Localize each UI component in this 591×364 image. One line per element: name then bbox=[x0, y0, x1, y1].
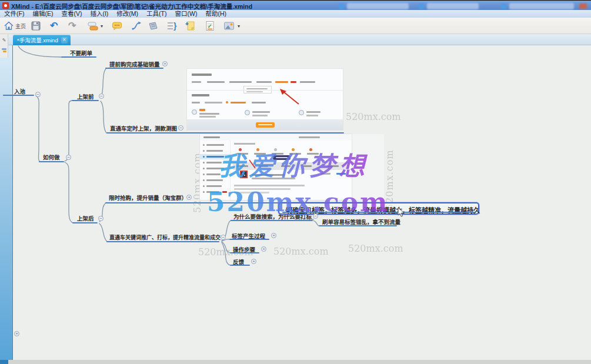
topic-flash-sale[interactable]: 限时抢购，提升销量（淘宝群） bbox=[109, 193, 187, 202]
title-bar[interactable]: XMind - E:\百度云同步盘\百度云同步盘\军团\笔记\雀光动力\工作中文… bbox=[0, 0, 591, 10]
insert-topic-dropdown[interactable]: ▾ bbox=[101, 20, 103, 32]
collapse-indicator[interactable]: − bbox=[178, 125, 183, 131]
topic-before-listing[interactable]: 上架前 bbox=[77, 92, 94, 101]
mock-text-bar bbox=[205, 102, 222, 103]
attached-image-ztc-listing[interactable] bbox=[187, 69, 343, 130]
mock-text-bar bbox=[252, 115, 268, 116]
topic-underline bbox=[106, 132, 344, 133]
window-close-button[interactable] bbox=[579, 4, 587, 9]
save-icon bbox=[31, 21, 41, 31]
blurred-region bbox=[427, 3, 479, 9]
expand-indicator-floating[interactable]: + bbox=[14, 331, 19, 336]
topic-underline bbox=[105, 68, 163, 69]
attached-image-flash-sale[interactable] bbox=[200, 134, 352, 200]
topic-ztc-keyword[interactable]: 直通车关键词推广、打标，提升精准流量和成交 bbox=[109, 233, 221, 241]
insert-image-button[interactable] bbox=[223, 20, 235, 32]
tab-shoutao-liuliang[interactable]: *手淘流量.xmind × bbox=[13, 35, 71, 45]
mouse-cursor bbox=[397, 207, 405, 218]
mock-text-bar bbox=[306, 115, 318, 116]
tab-close-icon[interactable]: × bbox=[61, 37, 68, 44]
collapse-indicator[interactable]: − bbox=[313, 213, 318, 219]
tab-label: *手淘流量.xmind bbox=[17, 36, 58, 44]
topic-brush-chaos[interactable]: 刷单容易标签错乱，拿不到流量 bbox=[322, 218, 400, 226]
chevron-down-icon: ▾ bbox=[101, 24, 103, 29]
insert-topic-button[interactable] bbox=[87, 20, 99, 32]
app-window: XMind - E:\百度云同步盘\百度云同步盘\军团\笔记\雀光动力\工作中文… bbox=[0, 0, 591, 364]
topic-underline bbox=[229, 239, 269, 240]
topic-underline bbox=[106, 241, 219, 242]
home-icon bbox=[4, 21, 14, 31]
mock-image-fade bbox=[352, 134, 384, 200]
topic-after-listing[interactable]: 上架后 bbox=[77, 214, 94, 222]
menu-modify[interactable]: 修改(M) bbox=[116, 10, 138, 18]
menu-tools[interactable]: 工具(T) bbox=[146, 10, 166, 18]
mock-text-bar bbox=[252, 111, 270, 113]
topic-underline bbox=[72, 100, 99, 101]
topic-clear-label-selected[interactable]: 明确宝贝标签，标签越多，流量规模越大，标签越精准，流量越持久 bbox=[278, 202, 479, 215]
topic-presale[interactable]: 提前购完成基础销量 bbox=[109, 60, 160, 68]
expand-indicator[interactable]: + bbox=[261, 246, 266, 252]
save-button[interactable] bbox=[31, 20, 41, 32]
mock-topbar bbox=[200, 134, 352, 141]
menu-edit[interactable]: 编辑(E) bbox=[32, 10, 53, 18]
insert-image-icon bbox=[223, 21, 235, 31]
mock-text-bar bbox=[207, 81, 225, 83]
insert-image-dropdown[interactable]: ▾ bbox=[238, 20, 240, 32]
expand-indicator[interactable]: + bbox=[186, 195, 192, 200]
mock-text-bar bbox=[192, 102, 200, 103]
chevron-down-icon: ▾ bbox=[238, 24, 240, 29]
mock-text-bar bbox=[234, 185, 305, 186]
mock-text-bar-orange bbox=[275, 81, 288, 83]
mock-feature-icon bbox=[299, 110, 304, 115]
topic-how[interactable]: 如何做 bbox=[43, 153, 60, 161]
collapse-indicator[interactable]: − bbox=[66, 155, 71, 160]
mock-qr-thumbnail bbox=[240, 171, 248, 178]
mock-radio-orange bbox=[226, 101, 228, 103]
menu-insert[interactable]: 插入(I) bbox=[90, 10, 108, 18]
mock-text-bar bbox=[272, 153, 283, 155]
collapse-indicator[interactable]: − bbox=[99, 93, 104, 99]
menu-file[interactable]: 文件(F) bbox=[4, 10, 24, 18]
sheet-structure-icon[interactable] bbox=[2, 48, 6, 53]
relationship-icon bbox=[131, 21, 142, 31]
callout-button[interactable] bbox=[148, 20, 159, 32]
callout-icon bbox=[148, 21, 159, 31]
svg-text:}: } bbox=[173, 21, 177, 31]
topic-pool[interactable]: 入池 bbox=[14, 87, 25, 95]
menu-view[interactable]: 查看(V) bbox=[61, 10, 82, 18]
topic-underline bbox=[230, 252, 259, 253]
undo-button[interactable]: ↶ bbox=[50, 20, 58, 32]
red-line-annotation bbox=[247, 159, 259, 171]
expand-indicator[interactable]: + bbox=[271, 233, 276, 238]
comment-button[interactable] bbox=[112, 20, 122, 32]
edit-pencil-icon[interactable]: ✎ bbox=[1, 38, 7, 44]
redo-button[interactable]: ↷ bbox=[68, 20, 76, 32]
topic-underline bbox=[319, 225, 397, 226]
collapse-indicator[interactable]: − bbox=[35, 92, 41, 97]
topic-underline bbox=[230, 265, 250, 266]
collapse-indicator[interactable]: − bbox=[221, 235, 226, 240]
home-button[interactable]: 主页 bbox=[4, 20, 26, 32]
topic-no-brush[interactable]: 不要刷单 bbox=[70, 49, 92, 57]
topic-ztc-timed[interactable]: 直通车定时上架，测款测图 bbox=[110, 124, 177, 132]
mock-text-bar bbox=[236, 153, 248, 155]
window-title: XMind - E:\百度云同步盘\百度云同步盘\军团\笔记\雀光动力\工作中文… bbox=[11, 2, 252, 11]
summary-icon: } bbox=[166, 21, 178, 31]
mock-text-bar bbox=[192, 74, 212, 76]
menu-help[interactable]: 帮助(H) bbox=[205, 10, 226, 18]
relationship-button[interactable] bbox=[131, 20, 142, 32]
expand-indicator[interactable]: + bbox=[162, 61, 168, 66]
summary-button[interactable]: } bbox=[166, 20, 178, 32]
blurred-region bbox=[509, 3, 574, 9]
blurred-taskbar-icon bbox=[339, 4, 344, 9]
audio-notes-button[interactable]: ✓ bbox=[205, 20, 215, 32]
menu-window[interactable]: 窗口(W) bbox=[175, 10, 198, 18]
collapse-indicator[interactable]: − bbox=[98, 216, 103, 221]
expand-indicator[interactable]: + bbox=[251, 259, 256, 264]
left-gradient-strip bbox=[0, 45, 13, 360]
bottom-edge-strip bbox=[0, 360, 591, 364]
notes-button[interactable]: + bbox=[185, 20, 196, 32]
mock-text-bar bbox=[192, 94, 209, 96]
mock-icon bbox=[309, 148, 312, 151]
topic-underline bbox=[3, 95, 34, 96]
